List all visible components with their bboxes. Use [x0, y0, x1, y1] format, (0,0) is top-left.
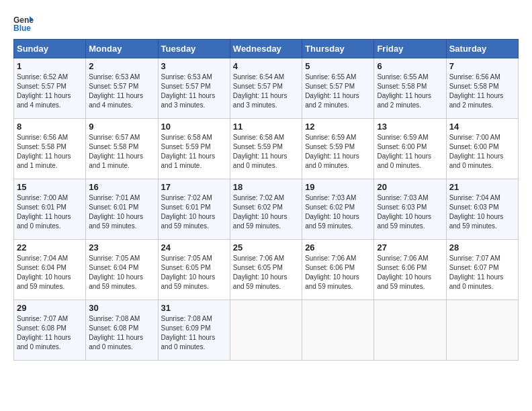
day-info: Sunrise: 7:04 AM Sunset: 6:03 PM Dayligh… [449, 193, 515, 231]
day-number: 8 [17, 122, 83, 132]
day-number: 10 [161, 122, 227, 132]
calendar-body: 1Sunrise: 6:52 AM Sunset: 5:57 PM Daylig… [14, 58, 519, 361]
day-info: Sunrise: 6:59 AM Sunset: 5:59 PM Dayligh… [305, 133, 371, 171]
calendar-cell: 14Sunrise: 7:00 AM Sunset: 6:00 PM Dayli… [446, 119, 518, 179]
day-info: Sunrise: 7:03 AM Sunset: 6:02 PM Dayligh… [305, 193, 371, 231]
day-info: Sunrise: 7:06 AM Sunset: 6:06 PM Dayligh… [377, 254, 443, 291]
calendar-cell: 11Sunrise: 6:58 AM Sunset: 5:59 PM Dayli… [230, 119, 302, 179]
day-number: 20 [377, 182, 443, 192]
calendar-cell: 12Sunrise: 6:59 AM Sunset: 5:59 PM Dayli… [302, 119, 374, 179]
day-number: 31 [161, 303, 227, 313]
svg-text:Blue: Blue [13, 24, 31, 33]
day-number: 16 [89, 182, 154, 192]
day-info: Sunrise: 6:55 AM Sunset: 5:58 PM Dayligh… [377, 73, 443, 110]
calendar-cell: 31Sunrise: 7:08 AM Sunset: 6:09 PM Dayli… [158, 300, 230, 361]
day-header-saturday: Saturday [446, 40, 518, 58]
day-info: Sunrise: 7:01 AM Sunset: 6:01 PM Dayligh… [89, 193, 154, 231]
day-info: Sunrise: 6:53 AM Sunset: 5:57 PM Dayligh… [161, 73, 227, 110]
calendar-cell: 15Sunrise: 7:00 AM Sunset: 6:01 PM Dayli… [14, 179, 86, 240]
calendar-header-row: SundayMondayTuesdayWednesdayThursdayFrid… [14, 40, 519, 58]
calendar-cell: 29Sunrise: 7:07 AM Sunset: 6:08 PM Dayli… [14, 300, 86, 361]
day-info: Sunrise: 6:56 AM Sunset: 5:58 PM Dayligh… [17, 133, 83, 171]
day-info: Sunrise: 7:02 AM Sunset: 6:01 PM Dayligh… [161, 193, 227, 231]
calendar-cell: 4Sunrise: 6:54 AM Sunset: 5:57 PM Daylig… [230, 58, 302, 119]
day-number: 4 [233, 61, 299, 71]
calendar-cell [446, 300, 518, 361]
day-number: 3 [161, 61, 227, 71]
day-info: Sunrise: 6:58 AM Sunset: 5:59 PM Dayligh… [233, 133, 299, 171]
day-number: 24 [161, 242, 227, 253]
day-number: 28 [449, 242, 515, 253]
day-header-friday: Friday [374, 40, 446, 58]
calendar-cell: 10Sunrise: 6:58 AM Sunset: 5:59 PM Dayli… [158, 119, 230, 179]
day-header-tuesday: Tuesday [158, 40, 230, 58]
day-header-sunday: Sunday [14, 40, 86, 58]
logo: General Blue [13, 13, 36, 34]
day-info: Sunrise: 6:54 AM Sunset: 5:57 PM Dayligh… [233, 73, 299, 110]
day-info: Sunrise: 7:00 AM Sunset: 6:00 PM Dayligh… [449, 133, 515, 171]
calendar-cell: 9Sunrise: 6:57 AM Sunset: 5:58 PM Daylig… [86, 119, 158, 179]
day-number: 21 [449, 182, 515, 192]
calendar-cell: 3Sunrise: 6:53 AM Sunset: 5:57 PM Daylig… [158, 58, 230, 119]
day-header-monday: Monday [86, 40, 158, 58]
day-number: 1 [17, 61, 83, 71]
day-info: Sunrise: 7:04 AM Sunset: 6:04 PM Dayligh… [17, 254, 83, 291]
day-info: Sunrise: 7:05 AM Sunset: 6:04 PM Dayligh… [89, 254, 154, 291]
calendar-cell: 17Sunrise: 7:02 AM Sunset: 6:01 PM Dayli… [158, 179, 230, 240]
day-header-thursday: Thursday [302, 40, 374, 58]
day-number: 25 [233, 242, 299, 253]
day-number: 29 [17, 303, 83, 313]
day-info: Sunrise: 7:03 AM Sunset: 6:03 PM Dayligh… [377, 193, 443, 231]
calendar-table: SundayMondayTuesdayWednesdayThursdayFrid… [13, 39, 519, 361]
calendar-week-5: 29Sunrise: 7:07 AM Sunset: 6:08 PM Dayli… [14, 300, 519, 361]
day-number: 19 [305, 182, 371, 192]
calendar-cell: 26Sunrise: 7:06 AM Sunset: 6:06 PM Dayli… [302, 240, 374, 300]
day-info: Sunrise: 7:08 AM Sunset: 6:09 PM Dayligh… [161, 314, 227, 352]
day-header-wednesday: Wednesday [230, 40, 302, 58]
day-info: Sunrise: 6:58 AM Sunset: 5:59 PM Dayligh… [161, 133, 227, 171]
calendar-cell: 20Sunrise: 7:03 AM Sunset: 6:03 PM Dayli… [374, 179, 446, 240]
calendar-cell: 21Sunrise: 7:04 AM Sunset: 6:03 PM Dayli… [446, 179, 518, 240]
day-number: 12 [305, 122, 371, 132]
calendar-week-2: 8Sunrise: 6:56 AM Sunset: 5:58 PM Daylig… [14, 119, 519, 179]
day-number: 27 [377, 242, 443, 253]
day-info: Sunrise: 6:59 AM Sunset: 6:00 PM Dayligh… [377, 133, 443, 171]
calendar-cell: 7Sunrise: 6:56 AM Sunset: 5:58 PM Daylig… [446, 58, 518, 119]
calendar-cell [374, 300, 446, 361]
day-number: 5 [305, 61, 371, 71]
day-number: 14 [449, 122, 515, 132]
calendar-cell: 2Sunrise: 6:53 AM Sunset: 5:57 PM Daylig… [86, 58, 158, 119]
calendar-cell: 30Sunrise: 7:08 AM Sunset: 6:08 PM Dayli… [86, 300, 158, 361]
day-info: Sunrise: 7:05 AM Sunset: 6:05 PM Dayligh… [161, 254, 227, 291]
day-info: Sunrise: 7:00 AM Sunset: 6:01 PM Dayligh… [17, 193, 83, 231]
day-number: 7 [449, 61, 515, 71]
day-number: 22 [17, 242, 83, 253]
calendar-cell: 24Sunrise: 7:05 AM Sunset: 6:05 PM Dayli… [158, 240, 230, 300]
calendar-cell [302, 300, 374, 361]
calendar-week-4: 22Sunrise: 7:04 AM Sunset: 6:04 PM Dayli… [14, 240, 519, 300]
day-info: Sunrise: 7:06 AM Sunset: 6:05 PM Dayligh… [233, 254, 299, 291]
day-info: Sunrise: 7:02 AM Sunset: 6:02 PM Dayligh… [233, 193, 299, 231]
calendar-cell: 16Sunrise: 7:01 AM Sunset: 6:01 PM Dayli… [86, 179, 158, 240]
day-info: Sunrise: 7:06 AM Sunset: 6:06 PM Dayligh… [305, 254, 371, 291]
day-number: 11 [233, 122, 299, 132]
day-number: 15 [17, 182, 83, 192]
day-number: 13 [377, 122, 443, 132]
day-number: 6 [377, 61, 443, 71]
calendar-cell: 6Sunrise: 6:55 AM Sunset: 5:58 PM Daylig… [374, 58, 446, 119]
day-number: 2 [89, 61, 154, 71]
calendar-cell: 27Sunrise: 7:06 AM Sunset: 6:06 PM Dayli… [374, 240, 446, 300]
day-number: 17 [161, 182, 227, 192]
day-number: 30 [89, 303, 154, 313]
calendar-week-1: 1Sunrise: 6:52 AM Sunset: 5:57 PM Daylig… [14, 58, 519, 119]
calendar-cell: 13Sunrise: 6:59 AM Sunset: 6:00 PM Dayli… [374, 119, 446, 179]
day-info: Sunrise: 6:53 AM Sunset: 5:57 PM Dayligh… [89, 73, 154, 110]
calendar-cell: 22Sunrise: 7:04 AM Sunset: 6:04 PM Dayli… [14, 240, 86, 300]
calendar-cell: 1Sunrise: 6:52 AM Sunset: 5:57 PM Daylig… [14, 58, 86, 119]
day-info: Sunrise: 7:08 AM Sunset: 6:08 PM Dayligh… [89, 314, 154, 352]
day-info: Sunrise: 7:07 AM Sunset: 6:08 PM Dayligh… [17, 314, 83, 352]
calendar-cell: 25Sunrise: 7:06 AM Sunset: 6:05 PM Dayli… [230, 240, 302, 300]
day-number: 23 [89, 242, 154, 253]
page-header: General Blue [13, 13, 519, 34]
day-number: 18 [233, 182, 299, 192]
